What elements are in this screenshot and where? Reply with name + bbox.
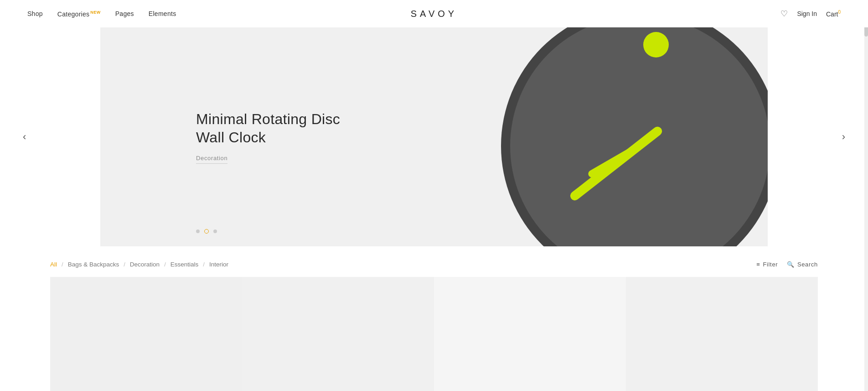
filter-sep-3: / (164, 261, 166, 268)
filter-essentials[interactable]: Essentials (170, 261, 199, 268)
slider-dot-3[interactable] (213, 229, 217, 233)
site-logo[interactable]: SAVOY (411, 9, 457, 19)
filter-bags[interactable]: Bags & Backpacks (68, 261, 119, 268)
svg-point-2 (643, 32, 669, 57)
clock-svg (499, 27, 768, 246)
slide-title: Minimal Rotating Disc Wall Clock (196, 110, 340, 146)
product-card-3[interactable] (434, 277, 626, 391)
filter-sep-1: / (62, 261, 63, 268)
svg-point-1 (510, 27, 768, 246)
nav-categories[interactable]: CategoriesNEW (57, 10, 101, 18)
header: Shop CategoriesNEW Pages Elements SAVOY … (0, 0, 868, 27)
product-card-1[interactable] (50, 277, 242, 391)
slide-1: Minimal Rotating Disc Wall Clock Decorat… (100, 27, 768, 246)
nav-pages[interactable]: Pages (115, 10, 134, 17)
product-card-4[interactable] (626, 277, 818, 391)
slider-dot-2[interactable] (204, 229, 209, 234)
filter-decoration[interactable]: Decoration (130, 261, 160, 268)
clock-image (499, 27, 768, 246)
product-card-2[interactable] (242, 277, 434, 391)
filter-icon: ≡ (756, 261, 760, 268)
filter-button[interactable]: ≡ Filter (756, 261, 778, 268)
product-grid (0, 277, 868, 391)
nav-shop[interactable]: Shop (27, 10, 43, 17)
scrollbar[interactable] (864, 0, 868, 391)
main-nav: Shop CategoriesNEW Pages Elements (27, 10, 176, 18)
slider-dots (196, 229, 217, 234)
filter-bar: All / Bags & Backpacks / Decoration / Es… (0, 246, 868, 277)
search-button[interactable]: 🔍 Search (787, 261, 818, 268)
filter-all[interactable]: All (50, 261, 57, 268)
slider-dot-1[interactable] (196, 229, 200, 233)
nav-elements[interactable]: Elements (149, 10, 176, 17)
filter-actions: ≡ Filter 🔍 Search (756, 261, 818, 268)
filter-interior[interactable]: Interior (209, 261, 228, 268)
hero-slider-container: ‹ Minimal Rotating Disc Wall Clock Decor… (50, 27, 818, 246)
hero-slider: Minimal Rotating Disc Wall Clock Decorat… (100, 27, 768, 246)
filter-sep-2: / (124, 261, 125, 268)
search-icon: 🔍 (787, 261, 795, 268)
header-actions: ♡ Sign In Cart0 (780, 9, 841, 19)
slide-text: Minimal Rotating Disc Wall Clock Decorat… (196, 110, 340, 164)
slider-next-button[interactable]: › (837, 126, 850, 147)
new-badge: NEW (90, 10, 100, 15)
signin-link[interactable]: Sign In (797, 10, 817, 17)
slide-category[interactable]: Decoration (196, 155, 227, 164)
slider-prev-button[interactable]: ‹ (18, 126, 31, 147)
category-filters: All / Bags & Backpacks / Decoration / Es… (50, 261, 228, 268)
filter-sep-4: / (203, 261, 205, 268)
cart-count-badge: 0 (838, 10, 841, 15)
wishlist-icon[interactable]: ♡ (780, 9, 788, 19)
cart-link[interactable]: Cart0 (826, 10, 841, 18)
